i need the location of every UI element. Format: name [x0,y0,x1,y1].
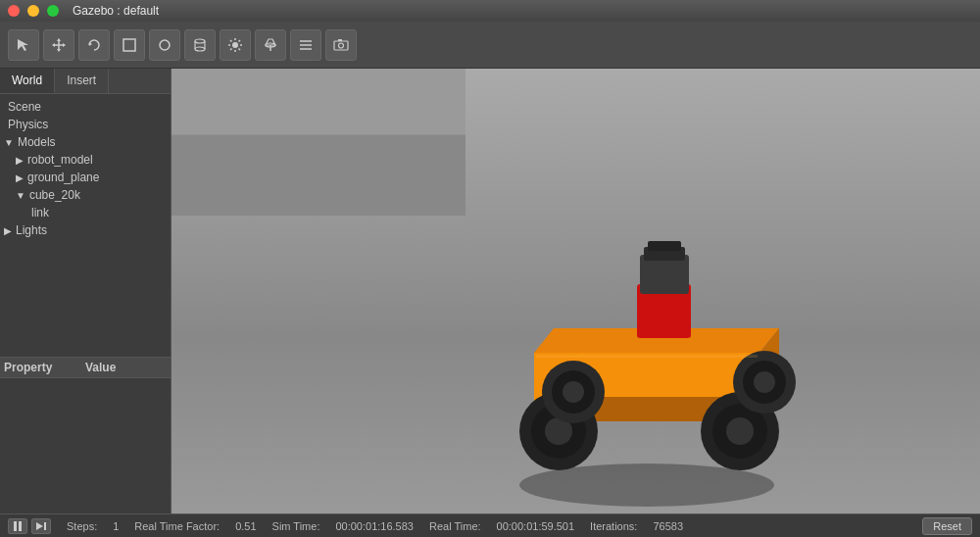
tree-item-ground-plane[interactable]: ▶ ground_plane [0,169,171,186]
svg-rect-30 [338,39,342,41]
simtime-value: 00:00:01:16.583 [335,520,414,532]
properties-panel: Property Value [0,357,171,513]
svg-line-21 [230,48,232,50]
tree-label-scene: Scene [8,100,41,114]
svg-rect-32 [172,135,466,217]
titlebar: Gazebo : default [0,0,980,22]
content-area: World Insert Scene Physics ▼ Models ▶ [0,69,980,513]
property-col-header: Property [4,361,85,374]
svg-point-68 [754,371,775,393]
maximize-button[interactable] [47,5,59,17]
sidebar-tabs: World Insert [0,69,171,94]
svg-rect-77 [44,522,46,530]
box-shape-button[interactable] [114,29,145,61]
tree-label-models: Models [18,135,56,149]
cylinder-shape-button[interactable] [184,29,216,61]
tree-item-cube[interactable]: ▼ cube_20k [0,186,171,204]
sun-light-button[interactable] [220,29,251,61]
sidebar: World Insert Scene Physics ▼ Models ▶ [0,69,172,513]
tree-item-robot-model[interactable]: ▶ robot_model [0,151,171,169]
svg-rect-72 [648,241,681,251]
properties-header: Property Value [0,358,171,378]
svg-rect-75 [19,521,22,531]
iterations-label: Iterations: [590,520,637,532]
svg-marker-3 [57,49,61,52]
minimize-button[interactable] [27,5,39,17]
window-title: Gazebo : default [73,4,159,18]
tree-item-link[interactable]: link [0,204,171,221]
iterations-value: 76583 [653,520,683,532]
arrow-ground-icon: ▶ [16,172,24,183]
svg-marker-4 [52,43,55,47]
step-button[interactable] [31,518,51,534]
tree-label-cube: cube_20k [29,188,80,202]
tree-item-physics[interactable]: Physics [0,116,171,133]
viewport[interactable] [172,69,980,513]
rtf-label: Real Time Factor: [134,520,220,532]
realtime-label: Real Time: [429,520,481,532]
svg-point-62 [726,417,754,445]
viewport-canvas [172,69,980,513]
tree-label-robot-model: robot_model [27,153,93,167]
arrow-robot-icon: ▶ [16,155,24,166]
svg-point-29 [339,43,344,48]
svg-rect-7 [123,39,135,51]
translate-tool-button[interactable] [43,29,74,61]
value-col-header: Value [85,361,167,374]
steps-value: 1 [113,520,119,532]
dir-light-button[interactable] [290,29,321,61]
arrow-lights-icon: ▶ [4,225,12,236]
tree-label-link: link [31,206,49,220]
playback-controls [8,518,51,534]
svg-marker-5 [63,43,66,47]
arrow-cube-icon: ▼ [16,190,25,201]
steps-label: Steps: [67,520,97,532]
rotate-tool-button[interactable] [78,29,110,61]
simtime-label: Sim Time: [272,520,320,532]
toolbar [0,22,980,69]
main-layout: World Insert Scene Physics ▼ Models ▶ [0,22,980,537]
tree-item-models[interactable]: ▼ Models [0,133,171,151]
tree-item-scene[interactable]: Scene [0,98,171,116]
spot-light-button[interactable] [255,29,286,61]
tab-insert[interactable]: Insert [55,69,109,93]
svg-point-12 [195,47,205,51]
sidebar-tree: Scene Physics ▼ Models ▶ robot_model ▶ g… [0,94,171,357]
svg-rect-31 [172,69,466,135]
tree-label-physics: Physics [8,118,48,131]
svg-line-20 [239,40,241,42]
svg-point-9 [195,39,205,43]
pause-button[interactable] [8,518,27,534]
tree-item-lights[interactable]: ▶ Lights [0,221,171,239]
robot-model [456,196,867,513]
statusbar: Steps: 1 Real Time Factor: 0.51 Sim Time… [0,513,980,537]
svg-rect-28 [334,41,348,50]
realtime-value: 00:00:01:59.501 [497,520,575,532]
reset-button[interactable]: Reset [922,517,972,535]
tree-label-lights: Lights [16,223,47,237]
select-tool-button[interactable] [8,29,39,61]
grid-overlay [172,69,466,216]
sphere-shape-button[interactable] [149,29,180,61]
svg-marker-6 [89,42,92,46]
svg-rect-74 [14,521,17,531]
tree-label-ground-plane: ground_plane [27,171,99,184]
svg-point-65 [563,381,584,403]
svg-point-8 [160,40,170,50]
svg-point-13 [232,42,238,48]
camera-tool-button[interactable] [325,29,357,61]
svg-marker-2 [57,38,61,41]
tab-world[interactable]: World [0,69,55,93]
rtf-value: 0.51 [235,520,256,532]
svg-line-18 [230,40,232,42]
arrow-models-icon: ▼ [4,137,14,148]
svg-line-19 [239,48,241,50]
close-button[interactable] [8,5,20,17]
svg-marker-73 [536,355,758,358]
svg-marker-76 [36,522,43,530]
